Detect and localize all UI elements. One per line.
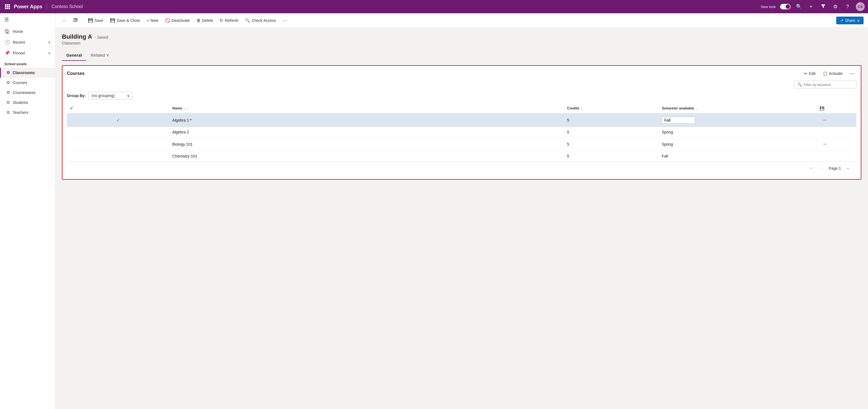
sidebar-item-recent[interactable]: 🕐 Recent ∨ (0, 37, 55, 48)
back-icon: ← (62, 18, 67, 23)
row-name[interactable]: Algebra 1 * (169, 113, 564, 127)
sidebar-section-label: School assets (0, 58, 55, 68)
row-check (67, 137, 169, 151)
avatar[interactable]: CS (856, 2, 865, 11)
row-action[interactable]: → (817, 113, 857, 127)
waffle-button[interactable] (3, 2, 11, 11)
sidebar-item-pinned[interactable]: 📌 Pinned ∨ (0, 48, 55, 58)
record-saved-badge: - Saved (95, 35, 108, 39)
courses-icon: ⚙ (6, 80, 10, 85)
courses-activate-button[interactable]: 📋 Activate (820, 70, 845, 77)
filter-search-icon: 🔍 (797, 82, 802, 87)
share-button[interactable]: ↗ Share ∨ (836, 17, 864, 24)
sidebar-item-students[interactable]: ⚙ Students (0, 98, 55, 107)
layout: ☰ 🏠 Home 🕐 Recent ∨ 📌 Pinned ∨ School as… (0, 13, 868, 409)
svg-rect-4 (7, 6, 8, 7)
svg-rect-8 (8, 8, 10, 9)
tab-bar: General Related ∨ (62, 50, 861, 61)
pagination-prev-button[interactable]: ← (818, 165, 827, 172)
tab-related[interactable]: Related ∨ (86, 50, 114, 61)
col-header-name[interactable]: Name ↑ ↓ (169, 103, 564, 113)
sidebar-pinned-label: Pinned (13, 51, 25, 55)
classrooms-icon: ⚙ (6, 70, 10, 75)
row-check[interactable]: ✓ (67, 113, 169, 127)
help-icon[interactable]: ? (844, 4, 851, 10)
settings-icon[interactable]: ⚙ (832, 4, 839, 10)
chevron-down-icon: ∨ (48, 40, 51, 44)
refresh-button[interactable]: ↻ Refresh (217, 16, 241, 25)
row-navigate-button[interactable]: → (819, 140, 829, 148)
new-button[interactable]: + New (144, 16, 161, 24)
check-access-button[interactable]: 🔍 Check Access (242, 16, 279, 25)
row-name[interactable]: Biology 101 (169, 137, 564, 151)
search-icon[interactable]: 🔍 (795, 4, 803, 10)
row-action[interactable]: → (817, 137, 857, 151)
row-semester: Fall (659, 151, 817, 161)
sidebar-hamburger[interactable]: ☰ (0, 13, 55, 26)
new-look-toggle[interactable] (780, 4, 790, 9)
sidebar-home-label: Home (13, 29, 23, 34)
sidebar-coursewares-label: Coursewares (13, 90, 35, 95)
table-row[interactable]: Algebra 2 5 Spring (67, 127, 857, 137)
row-navigate-button[interactable]: → (819, 116, 829, 124)
app-brand: Power Apps (14, 4, 47, 10)
row-action (817, 127, 857, 137)
divider (83, 17, 83, 24)
filter-icon[interactable] (819, 4, 827, 10)
table-header: ✓ Name ↑ ↓ Credits ↓ (67, 103, 857, 113)
delete-button[interactable]: 🗑 Delete (194, 16, 216, 24)
sidebar-item-home[interactable]: 🏠 Home (0, 26, 55, 37)
open-in-new-button[interactable] (70, 16, 81, 25)
row-credits: 5 (564, 151, 659, 161)
sidebar-classrooms-label: Classrooms (13, 70, 35, 75)
toolbar: ← 💾 Save 💾 Save & Close (55, 13, 868, 28)
deactivate-icon: 🚫 (165, 18, 170, 23)
tab-general[interactable]: General (62, 50, 86, 61)
save-close-icon: 💾 (110, 18, 115, 23)
share-icon: ↗ (840, 18, 843, 23)
sidebar-item-teachers[interactable]: ⚙ Teachers (0, 107, 55, 118)
pin-icon: 📌 (4, 50, 10, 56)
table-row[interactable]: ✓ Algebra 1 * 5 (67, 113, 857, 127)
sidebar-item-courses[interactable]: ⚙ Courses (0, 77, 55, 88)
pagination-first-button[interactable]: ⇐ (807, 164, 815, 172)
col-header-credits[interactable]: Credits ↓ (564, 103, 659, 113)
sidebar-item-coursewares[interactable]: ⚙ Coursewares (0, 88, 55, 98)
sidebar-item-classrooms[interactable]: ⚙ Classrooms (0, 68, 55, 77)
courses-edit-button[interactable]: ✏ Edit (802, 70, 818, 77)
sort-descending-icon: ↓ (187, 107, 188, 110)
semester-input[interactable] (662, 117, 695, 124)
table-body: ✓ Algebra 1 * 5 (67, 113, 857, 161)
table-row[interactable]: Chemistry 101 5 Fall (67, 151, 857, 161)
save-close-button[interactable]: 💾 Save & Close (107, 16, 143, 25)
toolbar-more-button[interactable]: ⋯ (280, 16, 290, 25)
credits-sort-icon: ↓ (581, 107, 583, 110)
delete-label: Delete (202, 18, 213, 23)
svg-rect-3 (5, 6, 6, 7)
filter-input[interactable] (804, 83, 854, 87)
svg-rect-1 (7, 4, 8, 5)
refresh-icon: ↻ (220, 18, 223, 23)
courses-more-button[interactable]: ⋯ (847, 70, 857, 77)
save-close-label: Save & Close (117, 18, 140, 23)
content: Building A - Saved Classroom General Rel… (55, 28, 868, 409)
plus-icon[interactable]: + (807, 4, 815, 10)
pagination-next-button[interactable]: → (843, 165, 852, 172)
save-button[interactable]: 💾 Save (85, 16, 106, 25)
row-name[interactable]: Algebra 2 (169, 127, 564, 137)
row-name[interactable]: Chemistry 101 (169, 151, 564, 161)
row-credits: 5 (564, 127, 659, 137)
semester-sort-icon: ↓ (696, 107, 698, 110)
row-semester: Spring (659, 137, 817, 151)
table-row[interactable]: Biology 101 5 Spring → (67, 137, 857, 151)
deactivate-button[interactable]: 🚫 Deactivate (162, 16, 193, 25)
record-header: Building A - Saved Classroom (62, 33, 861, 45)
sidebar-courses-label: Courses (13, 81, 27, 85)
svg-rect-6 (5, 8, 6, 9)
pagination: ⇐ ← Page 1 → (67, 161, 857, 175)
edit-icon: ✏ (804, 71, 807, 76)
col-header-semester[interactable]: Semester available ↓ (659, 103, 817, 113)
courses-table: ✓ Name ↑ ↓ Credits ↓ (67, 103, 857, 161)
group-by-select[interactable]: (no grouping) ∨ (89, 92, 133, 99)
back-button[interactable]: ← (60, 16, 69, 24)
